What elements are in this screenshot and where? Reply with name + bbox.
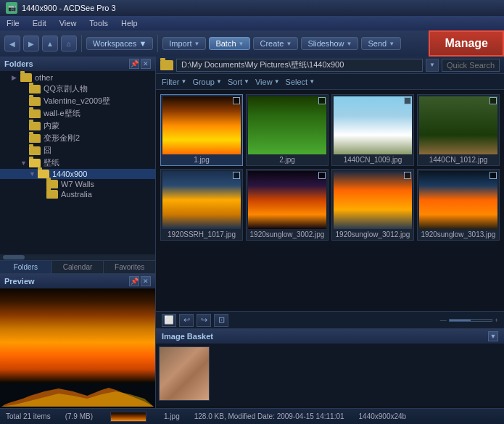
folder-icon-bizhi [29, 159, 41, 167]
create-button[interactable]: Create ▼ [253, 37, 298, 50]
tree-item-w7walls[interactable]: W7 Walls [0, 179, 155, 189]
tree-item-bianxing[interactable]: 变形金刚2 [0, 132, 155, 144]
arrow-bizhi: ▼ [20, 159, 29, 167]
workspaces-button[interactable]: Workspaces ▼ [86, 37, 153, 50]
histogram [0, 383, 155, 408]
thumb-toolbar-btn-2[interactable]: ↩ [179, 314, 194, 327]
zoom-slider[interactable] [449, 319, 492, 322]
histogram-svg [1, 383, 154, 407]
nav-forward-button[interactable]: ▶ [23, 36, 39, 51]
tree-item-jiong[interactable]: 囧 [0, 144, 155, 157]
send-button[interactable]: Send ▼ [361, 37, 401, 50]
thumb-item-1[interactable]: 2.jpg [246, 94, 329, 166]
app-icon: 📷 [6, 2, 17, 14]
tab-calendar[interactable]: Calendar [52, 261, 104, 273]
preview-pin-button[interactable]: 📌 [129, 276, 139, 286]
preview-image [0, 288, 155, 383]
path-bar: ▼ [156, 57, 504, 74]
tree-item-other[interactable]: ▶ other [0, 72, 155, 83]
select-button[interactable]: Select ▼ [286, 78, 315, 86]
filter-button[interactable]: Filter ▼ [162, 78, 186, 86]
thumb-flag-3 [489, 97, 497, 104]
preview-controls: 📌 ✕ [129, 276, 151, 286]
tab-favorites[interactable]: Favorites [104, 261, 155, 273]
basket-header: Image Basket ▼ [156, 329, 504, 344]
select-arrow-icon: ▼ [309, 78, 315, 85]
thumb-item-2[interactable]: 1440CN_1009.jpg [331, 94, 414, 166]
thumb-item-5[interactable]: 1920sunglow_3002.jpg [246, 169, 329, 241]
sort-arrow-icon: ▼ [244, 78, 249, 85]
nav-up-button[interactable]: ▲ [42, 36, 58, 51]
basket-toggle-button[interactable]: ▼ [488, 331, 498, 341]
tree-item-bizhi[interactable]: ▼ 壁纸 [0, 157, 155, 169]
thumb-label-3: 1440CN_1012.jpg [419, 156, 497, 164]
thumb-toolbar-btn-1[interactable]: ⬜ [162, 314, 176, 327]
thumb-toolbar-btn-4[interactable]: ⊡ [214, 314, 228, 327]
view-button[interactable]: View ▼ [255, 78, 280, 86]
nav-home-button[interactable]: ⌂ [61, 36, 77, 51]
thumb-toolbar-btn-3[interactable]: ↪ [197, 314, 211, 327]
folder-icon-valentine [29, 97, 41, 106]
preview-close-button[interactable]: ✕ [141, 276, 151, 286]
basket-item-0[interactable] [159, 346, 210, 401]
status-total: Total 21 items [6, 412, 51, 420]
tree-item-qq[interactable]: QQ京剧人物 [0, 83, 155, 95]
thumb-item-6[interactable]: 1920sunglow_3012.jpg [331, 169, 414, 241]
thumb-item-7[interactable]: 1920sunglow_3013.jpg [417, 169, 500, 241]
quick-search-input[interactable] [442, 59, 500, 72]
thumb-image-2 [334, 96, 412, 154]
menu-view[interactable]: View [57, 19, 79, 28]
thumb-flag-2 [404, 97, 411, 104]
tree-item-australia[interactable]: Australia [0, 189, 155, 199]
thumb-image-5 [248, 171, 326, 229]
panel-pin-button[interactable]: 📌 [129, 59, 139, 69]
tree-item-neimeng[interactable]: 内蒙 [0, 120, 155, 132]
thumb-label-7: 1920sunglow_3013.jpg [419, 230, 497, 238]
folder-icon-australia [46, 190, 58, 199]
path-dropdown-button[interactable]: ▼ [426, 59, 439, 72]
thumb-label-4: 1920SSRH_1017.jpg [162, 230, 241, 238]
menu-edit[interactable]: Edit [30, 19, 49, 28]
basket-image-0 [160, 347, 209, 400]
manage-button[interactable]: Manage [429, 30, 504, 57]
nav-back-button[interactable]: ◀ [4, 36, 20, 51]
title-bar: 📷 1440x900 - ACDSee Pro 3 [0, 0, 504, 16]
folder-tree: ▶ other QQ京剧人物 Valentine_v2009壁 wall-e壁纸 [0, 71, 155, 254]
menu-tools[interactable]: Tools [87, 19, 110, 28]
tab-folders[interactable]: Folders [0, 261, 52, 273]
import-button[interactable]: Import ▼ [162, 37, 206, 50]
status-size: (7.9 MB) [65, 412, 93, 420]
thumb-flag-1 [318, 97, 326, 104]
path-input[interactable] [176, 59, 423, 72]
thumb-flag-7 [489, 172, 497, 179]
thumb-image-4 [162, 171, 241, 229]
zoom-minus-icon: — [440, 317, 447, 324]
thumb-item-0[interactable]: 1.jpg [160, 94, 243, 166]
batch-button[interactable]: Batch ▼ [209, 37, 250, 50]
menu-file[interactable]: File [4, 19, 22, 28]
tree-item-1440x900[interactable]: ▼ 1440x900 [0, 169, 155, 179]
status-dimensions: 1440x900x24b [359, 412, 407, 420]
group-button[interactable]: Group ▼ [192, 78, 222, 86]
folders-panel-header: Folders 📌 ✕ [0, 57, 155, 71]
thumb-item-4[interactable]: 1920SSRH_1017.jpg [160, 169, 243, 241]
thumb-item-3[interactable]: 1440CN_1012.jpg [417, 94, 500, 166]
basket-content [156, 344, 504, 406]
tree-item-valentine[interactable]: Valentine_v2009壁 [0, 95, 155, 107]
slideshow-button[interactable]: Slideshow ▼ [301, 37, 358, 50]
sort-button[interactable]: Sort ▼ [228, 78, 249, 86]
tree-scrollbar[interactable] [0, 254, 155, 260]
thumb-toolbar: ⬜ ↩ ↪ ⊡ — + [156, 311, 504, 328]
filter-bar: Filter ▼ Group ▼ Sort ▼ View ▼ Select ▼ [156, 74, 504, 90]
zoom-plus-icon: + [495, 317, 498, 324]
panel-close-button[interactable]: ✕ [141, 59, 151, 69]
menu-help[interactable]: Help [119, 19, 140, 28]
preview-header: Preview 📌 ✕ [0, 274, 155, 288]
thumbnails-grid: 1.jpg 2.jpg 1440CN_1009.jpg 1440CN_1012.… [156, 90, 504, 311]
slideshow-arrow: ▼ [347, 41, 352, 47]
folder-icon-walle [29, 109, 41, 118]
tree-item-walle[interactable]: wall-e壁纸 [0, 107, 155, 120]
arrow-other: ▶ [12, 74, 20, 81]
folder-icon-jiong [29, 146, 41, 155]
filter-arrow-icon: ▼ [181, 78, 186, 85]
